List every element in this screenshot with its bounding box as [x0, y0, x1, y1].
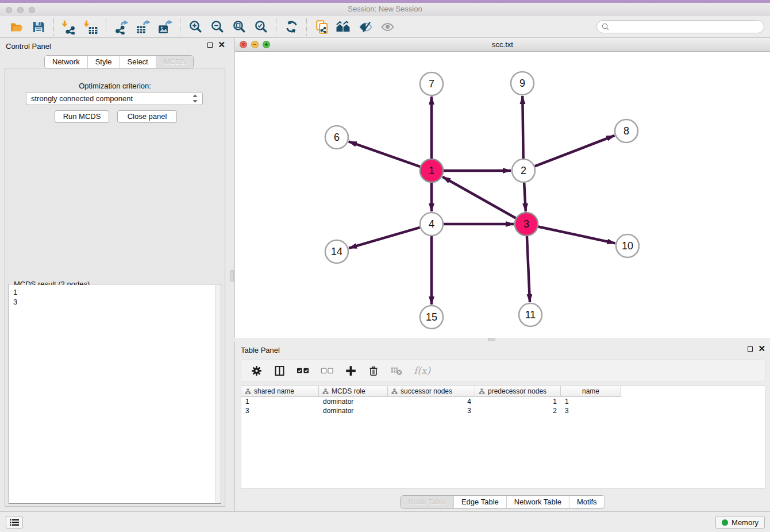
graph-edge-3-1[interactable]	[442, 177, 516, 218]
graph-node-8[interactable]: 8	[615, 119, 638, 142]
close-window-button[interactable]	[6, 7, 12, 13]
column-header-name[interactable]: name	[561, 386, 621, 397]
table-cell[interactable]: 2	[475, 406, 561, 415]
hide-graphics-details-button[interactable]	[355, 18, 376, 36]
show-all-networks-button[interactable]	[333, 18, 355, 36]
svg-text:15: 15	[426, 311, 437, 323]
graph-node-9[interactable]: 9	[511, 72, 534, 95]
splitter-handle[interactable]	[230, 270, 234, 282]
duplicate-network-button[interactable]	[311, 18, 333, 36]
float-panel-icon[interactable]	[748, 346, 753, 352]
tab-motifs[interactable]: Motifs	[569, 496, 605, 508]
optimization-criterion-select[interactable]: strongly connected component	[26, 92, 203, 105]
graph-edge-4-14[interactable]	[349, 228, 420, 248]
apply-layout-button[interactable]	[280, 18, 302, 36]
show-graphics-details-button[interactable]	[376, 18, 398, 36]
minimize-network-button[interactable]: −	[251, 41, 259, 48]
table-cell[interactable]: 3	[388, 406, 475, 415]
horizontal-splitter[interactable]	[234, 338, 770, 342]
minimize-window-button[interactable]	[17, 7, 24, 13]
table-cell[interactable]: 4	[388, 397, 475, 406]
network-window-titlebar[interactable]: × − + scc.txt	[234, 38, 770, 52]
maximize-window-button[interactable]	[29, 7, 35, 13]
run-mcds-button[interactable]: Run MCDS	[55, 110, 109, 123]
network-canvas[interactable]: 1234678910111415	[234, 52, 770, 338]
tab-style[interactable]: Style	[88, 56, 120, 68]
graph-edge-2-3[interactable]	[524, 183, 526, 211]
tab-network[interactable]: Network	[45, 56, 88, 68]
mcds-result-item[interactable]: 1	[13, 287, 211, 297]
tab-edge-table[interactable]: Edge Table	[454, 496, 507, 508]
export-network-button[interactable]	[110, 18, 132, 36]
graph-node-3[interactable]: 3	[515, 213, 538, 236]
splitter-handle[interactable]	[488, 338, 495, 341]
delete-table-button[interactable]	[390, 365, 403, 376]
deselect-all-button[interactable]	[321, 365, 334, 376]
table-settings-button[interactable]	[251, 365, 263, 377]
graph-node-10[interactable]: 10	[616, 234, 639, 257]
zoom-selected-button[interactable]	[250, 18, 272, 36]
select-all-button[interactable]	[297, 365, 310, 376]
tab-network-table[interactable]: Network Table	[507, 496, 569, 508]
export-image-button[interactable]	[154, 18, 176, 36]
show-panels-button[interactable]	[6, 516, 23, 529]
close-network-button[interactable]: ×	[240, 41, 247, 48]
open-session-button[interactable]	[6, 18, 28, 36]
tab-select[interactable]: Select	[120, 56, 156, 68]
column-header-successor-nodes[interactable]: successor nodes	[388, 386, 475, 397]
search-field[interactable]	[596, 20, 764, 33]
tab-node-table[interactable]: Node Table	[401, 496, 454, 508]
graph-edge-2-9[interactable]	[522, 96, 523, 159]
toggle-column-view-button[interactable]	[274, 365, 286, 377]
close-panel-icon[interactable]: ✕	[758, 345, 765, 352]
zoom-fit-button[interactable]	[228, 18, 250, 36]
add-column-button[interactable]	[345, 365, 357, 377]
graph-node-6[interactable]: 6	[325, 126, 348, 149]
graph-node-11[interactable]: 11	[519, 303, 542, 326]
graph-edge-3-10[interactable]	[538, 226, 615, 243]
column-header-predecessor-nodes[interactable]: predecessor nodes	[475, 386, 561, 397]
graph-node-7[interactable]: 7	[420, 72, 443, 95]
result-scrollbar[interactable]	[215, 285, 220, 503]
search-input[interactable]	[612, 22, 759, 31]
graph-edge-3-11[interactable]	[527, 236, 530, 302]
mcds-panel: Optimization criterion: strongly connect…	[5, 68, 225, 507]
graph-node-2[interactable]: 2	[512, 159, 535, 182]
table-cell[interactable]: 3	[241, 406, 319, 415]
close-panel-icon[interactable]: ✕	[218, 41, 225, 48]
mcds-result-item[interactable]: 3	[13, 297, 211, 307]
table-cell[interactable]: 3	[561, 406, 621, 415]
table-cell[interactable]: 1	[475, 397, 561, 406]
graph-node-4[interactable]: 4	[420, 213, 443, 236]
column-header-shared-name[interactable]: shared name	[241, 386, 319, 397]
maximize-network-button[interactable]: +	[263, 41, 270, 48]
memory-button[interactable]: Memory	[715, 516, 765, 529]
tab-mcds[interactable]: MCDS	[156, 56, 193, 68]
vertical-splitter[interactable]	[230, 38, 234, 511]
table-cell[interactable]: dominator	[319, 397, 388, 406]
zoom-out-button[interactable]	[206, 18, 228, 36]
table-cell[interactable]: 1	[241, 397, 319, 406]
graph-edge-2-8[interactable]	[535, 136, 615, 167]
graph-node-15[interactable]: 15	[420, 306, 443, 329]
graph-edge-1-6[interactable]	[349, 141, 420, 167]
close-panel-button[interactable]: Close panel	[117, 110, 177, 123]
table-cell[interactable]: 1	[561, 397, 621, 406]
graph-node-1[interactable]: 1	[420, 159, 443, 182]
table-cell[interactable]: dominator	[319, 406, 388, 415]
table-row[interactable]: 3dominator323	[241, 406, 765, 415]
delete-column-button[interactable]	[368, 365, 379, 377]
import-table-button[interactable]	[80, 18, 102, 36]
table-toolbar: f(x)	[241, 359, 765, 382]
export-table-button[interactable]	[132, 18, 154, 36]
function-builder-button[interactable]: f(x)	[414, 365, 430, 376]
mcds-result-list[interactable]: 13	[10, 285, 215, 503]
network-graph-svg[interactable]: 1234678910111415	[235, 52, 770, 338]
column-header-mcds-role[interactable]: MCDS role	[319, 386, 388, 397]
zoom-in-button[interactable]	[184, 18, 206, 36]
table-row[interactable]: 1dominator411	[241, 397, 765, 406]
import-network-button[interactable]	[58, 18, 80, 36]
save-session-button[interactable]	[28, 18, 49, 36]
float-panel-icon[interactable]	[207, 43, 213, 48]
graph-node-14[interactable]: 14	[325, 240, 348, 263]
